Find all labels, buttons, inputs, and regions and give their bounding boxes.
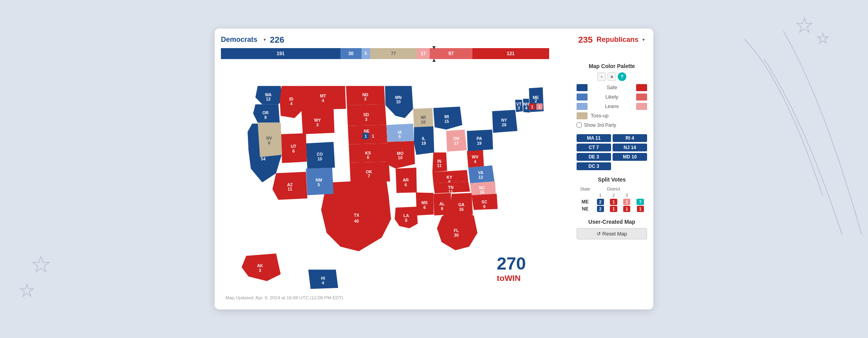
us-map-svg[interactable]: WA 12 OR 8 CA 54 ID 4 MT 4 (221, 63, 570, 302)
state-SC[interactable] (472, 194, 498, 210)
map-sidebar-layout: WA 12 OR 8 CA 54 ID 4 MT 4 (221, 63, 647, 303)
likely-dem-swatch (577, 93, 588, 101)
show-3rd-party-checkbox[interactable] (577, 122, 582, 128)
split-col-1: 1 (594, 192, 607, 198)
split-votes-title: Split Votes (577, 176, 647, 183)
likely-rep-swatch (636, 93, 647, 101)
palette-controls: - + ? (577, 72, 647, 81)
seg-rep-leans: 17 (417, 48, 430, 59)
split-votes-table: State District 1 2 3 ME 2 (577, 186, 647, 212)
state-LA[interactable] (395, 207, 418, 228)
split-row-ME: ME 2 1 1 ? (577, 198, 647, 205)
main-container: Democrats ▼ 226 235 Republicans ▼ ▼ 191 … (215, 29, 653, 309)
user-map-title: User-Created Map (577, 219, 647, 225)
state-MO[interactable] (387, 141, 415, 168)
seg-rep-safe: 121 (472, 48, 549, 59)
state-OK[interactable] (350, 162, 390, 182)
state-AZ[interactable] (272, 172, 307, 200)
state-WI[interactable] (413, 108, 434, 128)
svg-text:1: 1 (365, 134, 367, 138)
state-SD[interactable] (347, 104, 387, 126)
small-state-DE[interactable]: DE 3 (577, 153, 611, 161)
state-NY[interactable] (492, 110, 517, 133)
svg-text:1: 1 (372, 134, 374, 138)
leans-rep-swatch (636, 103, 647, 110)
split-ME-d2[interactable]: 1 (607, 198, 620, 205)
state-ND[interactable] (346, 86, 385, 105)
state-AL[interactable] (433, 193, 452, 216)
state-KY[interactable] (432, 170, 468, 183)
split-ME-d3[interactable]: 1 (620, 198, 633, 205)
reset-map-button[interactable]: ↺ Reset Map (577, 228, 647, 239)
header-left: Democrats ▼ 226 (221, 35, 284, 45)
state-OH[interactable] (446, 129, 467, 151)
show-3rd-party-row: Show 3rd Party (577, 122, 647, 128)
small-state-MA[interactable]: MA 11 (577, 134, 611, 142)
palette-plus-btn[interactable]: + (608, 72, 616, 81)
state-MS[interactable] (416, 192, 434, 216)
split-ME-d4[interactable]: ? (633, 198, 647, 205)
state-MI[interactable] (433, 106, 462, 129)
state-UT[interactable] (281, 133, 307, 163)
republicans-label[interactable]: Republicans (597, 36, 638, 44)
state-AK[interactable] (242, 254, 281, 281)
small-state-NJ[interactable]: NJ 14 (613, 144, 647, 151)
leans-dem-swatch (577, 103, 588, 110)
state-HI[interactable] (308, 270, 338, 289)
split-NE-d3[interactable]: 1 (620, 205, 633, 212)
small-state-DC[interactable]: DC 3 (577, 162, 611, 170)
svg-text:1: 1 (531, 104, 533, 109)
democrats-dropdown[interactable]: ▼ (263, 38, 267, 42)
header-right: 235 Republicans ▼ (578, 35, 647, 45)
democrats-label[interactable]: Democrats (221, 36, 257, 44)
state-ID[interactable] (280, 86, 304, 118)
map-area: WA 12 OR 8 CA 54 ID 4 MT 4 (221, 63, 570, 303)
state-FL[interactable] (437, 210, 477, 250)
tossup-label: Toss-up (591, 113, 609, 119)
small-states-grid: MA 11 RI 4 CT 7 NJ 14 DE 3 MD 10 DC 3 (577, 134, 647, 170)
split-NE-d2[interactable]: 1 (607, 205, 620, 212)
state-CO[interactable] (306, 142, 335, 169)
small-state-MD[interactable]: MD 10 (613, 153, 647, 161)
state-MT[interactable] (301, 86, 346, 110)
small-state-RI[interactable]: RI 4 (613, 134, 647, 142)
small-state-CT[interactable]: CT 7 (577, 144, 611, 151)
state-PA[interactable] (467, 129, 493, 151)
state-NC[interactable] (470, 182, 496, 195)
user-map-section: User-Created Map ↺ Reset Map (577, 219, 647, 239)
safe-label: Safe (607, 84, 617, 90)
leans-label: Leans (605, 103, 618, 109)
state-WA[interactable] (255, 86, 283, 104)
split-NE-d4[interactable]: 1 (633, 205, 647, 212)
state-VT[interactable] (515, 100, 523, 112)
split-col-2: 2 (607, 192, 620, 198)
democrats-count: 226 (270, 35, 284, 45)
state-IN[interactable] (432, 153, 447, 172)
legend-safe: Safe (577, 84, 647, 91)
republicans-dropdown[interactable]: ▼ (642, 38, 646, 42)
state-WV[interactable] (467, 149, 484, 167)
legend-likely: Likely (577, 93, 647, 101)
tossup-swatch (577, 112, 588, 119)
state-NH[interactable] (523, 99, 530, 112)
state-WY[interactable] (301, 108, 335, 134)
seg-dem-likely: 30 (340, 48, 362, 59)
palette-help[interactable]: ? (618, 72, 626, 81)
split-NE-d1[interactable]: 2 (594, 205, 607, 212)
split-ME-d1[interactable]: 2 (594, 198, 607, 205)
state-TN[interactable] (433, 182, 470, 194)
state-KS[interactable] (349, 143, 388, 162)
state-NV[interactable] (258, 122, 282, 157)
bottom-indicator: ▲ (431, 57, 437, 63)
likely-label: Likely (605, 94, 618, 100)
state-MN[interactable] (385, 86, 413, 118)
state-VA[interactable] (468, 165, 494, 183)
state-AR[interactable] (396, 167, 417, 193)
safe-rep-swatch (636, 84, 647, 91)
palette-minus-btn[interactable]: - (597, 72, 606, 81)
state-OR[interactable] (253, 104, 280, 122)
state-NM[interactable] (306, 167, 333, 195)
state-IL[interactable] (414, 126, 434, 155)
sidebar: Map Color Palette - + ? Safe L (577, 63, 647, 303)
state-IA[interactable] (387, 124, 414, 142)
